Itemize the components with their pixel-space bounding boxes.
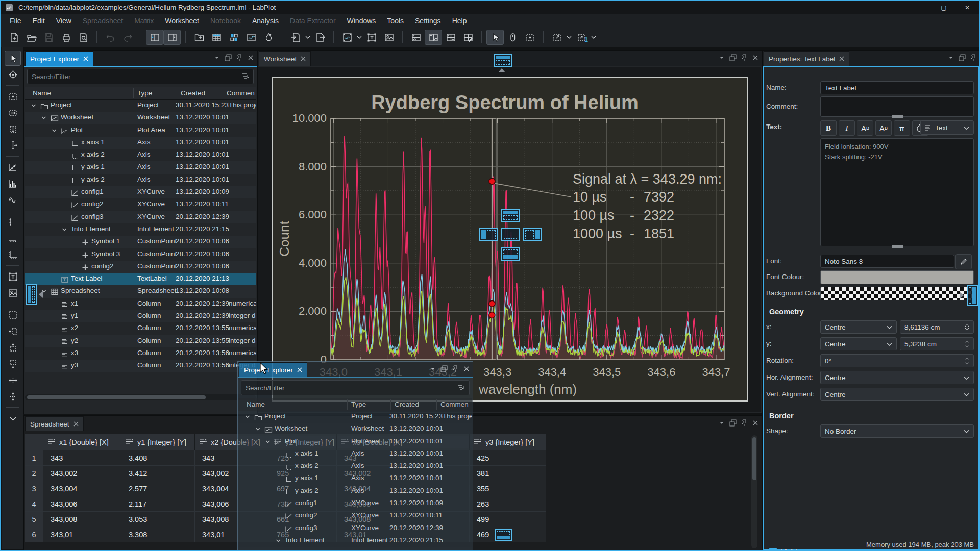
- tree-row-y2[interactable]: y2Column20.12.2020 13:55integer da: [24, 335, 256, 347]
- row-number[interactable]: 3: [25, 481, 43, 496]
- search-input[interactable]: Search/Filter: [241, 380, 470, 395]
- spreadsheet-column-header[interactable]: y3 {Integer} [Y]: [470, 434, 546, 450]
- chevron-down-icon[interactable]: [356, 30, 363, 45]
- text-mode-combobox[interactable]: Text: [920, 120, 974, 135]
- pin-icon[interactable]: [969, 54, 977, 62]
- shift-down-icon[interactable]: [5, 356, 21, 371]
- menu-help[interactable]: Help: [447, 15, 473, 27]
- axis-horizontal-icon[interactable]: [5, 231, 21, 246]
- chevron-down-icon[interactable]: [31, 103, 37, 110]
- column-header-type[interactable]: Type: [137, 89, 152, 97]
- tree-row-symbol-1[interactable]: Symbol 1CustomPoint28.12.2020 10:06: [24, 236, 256, 248]
- filter-icon[interactable]: [457, 384, 465, 392]
- close-icon[interactable]: [83, 55, 88, 63]
- new-plot-icon[interactable]: [338, 30, 356, 45]
- tree-row-y1[interactable]: y1Column20.12.2020 12:39integer da: [24, 310, 256, 322]
- chevron-down-icon[interactable]: [590, 30, 597, 45]
- filter-icon[interactable]: [241, 72, 249, 81]
- spreadsheet-column-header[interactable]: x1 {Double} [X]: [43, 434, 121, 450]
- font-colour-swatch[interactable]: [820, 270, 974, 284]
- text-cursor-icon[interactable]: [5, 138, 21, 153]
- float-icon[interactable]: [958, 54, 966, 62]
- shift-up-icon[interactable]: [5, 340, 21, 355]
- chevron-down-icon[interactable]: [61, 227, 67, 234]
- tree-row-x-axis-2[interactable]: x axis 2Axis13.12.2020 10:01: [238, 460, 472, 472]
- curve-config1[interactable]: [331, 136, 724, 358]
- chevron-down-icon[interactable]: [275, 538, 281, 545]
- column-header-name[interactable]: Name: [33, 89, 51, 97]
- y-position-spinbox[interactable]: 5,3238 cm: [900, 337, 974, 350]
- pin-icon[interactable]: [740, 54, 748, 62]
- menu-down-icon[interactable]: [429, 365, 437, 373]
- close-icon[interactable]: [462, 365, 471, 373]
- tree-row-project[interactable]: ProjectProject30.11.2020 15:23This proje: [24, 99, 256, 112]
- tree-row-config2[interactable]: config2XYCurve13.12.2020 10:11: [24, 198, 256, 211]
- tree-row-plot[interactable]: PlotPlot Area13.12.2020 10:01: [24, 124, 256, 137]
- menu-analysis[interactable]: Analysis: [247, 15, 284, 27]
- shift-left-icon[interactable]: [5, 323, 21, 339]
- tree-row-symbol-3[interactable]: Symbol 3CustomPoint28.12.2020 10:06: [24, 248, 256, 261]
- spreadsheet-cell[interactable]: 3.308: [121, 527, 195, 542]
- new-file-icon[interactable]: [5, 30, 22, 45]
- tree-column-header[interactable]: NameTypeCreatedCommen: [24, 87, 256, 100]
- tree-row-x-axis-2[interactable]: x axis 2Axis13.12.2020 10:01: [24, 149, 256, 161]
- name-field[interactable]: Text Label: [820, 81, 974, 94]
- column-header-created[interactable]: Created: [395, 400, 419, 408]
- spreadsheet-cell[interactable]: 343,004: [43, 481, 121, 496]
- menu-down-icon[interactable]: [718, 54, 726, 62]
- text-content-area[interactable]: Field ionisation: 900V Stark splitting: …: [820, 138, 974, 246]
- float-icon[interactable]: [729, 419, 737, 427]
- xy-curve-icon[interactable]: [5, 160, 21, 175]
- tab-worksheet[interactable]: Worksheet: [259, 51, 311, 66]
- tree-row-info-element[interactable]: Info ElementInfoElement20.12.2020 21:15: [238, 535, 472, 547]
- resize-handle[interactable]: [892, 115, 903, 118]
- float-icon[interactable]: [440, 365, 448, 373]
- toggle-properties-icon[interactable]: [163, 30, 181, 45]
- menu-down-icon[interactable]: [718, 419, 726, 427]
- horizontal-scrollbar[interactable]: [25, 394, 256, 400]
- menu-down-icon[interactable]: [213, 54, 221, 62]
- magnification-icon[interactable]: 1: [573, 30, 590, 45]
- tree-row-symbol-1[interactable]: Symbol 1CustomPoint28.12.2020 10:06: [238, 547, 472, 551]
- layout-grid-icon[interactable]: [442, 30, 459, 45]
- custom-point-marker[interactable]: [489, 312, 495, 318]
- select-region-icon[interactable]: [5, 307, 21, 322]
- zoom-select-mode-icon[interactable]: [521, 30, 538, 45]
- tree-row-config1[interactable]: config1XYCurve13.12.2020 10:09: [24, 186, 256, 198]
- close-button[interactable]: ✕: [955, 1, 979, 14]
- spreadsheet-cell[interactable]: 343: [43, 450, 121, 466]
- y-position-combobox[interactable]: Centre: [820, 337, 897, 350]
- info-box-title[interactable]: Signal at λ = 343.29 nm:: [573, 171, 722, 187]
- close-icon[interactable]: [751, 54, 760, 62]
- zoom-fit-icon[interactable]: [548, 30, 566, 45]
- new-matrix-icon[interactable]: [225, 30, 242, 45]
- floating-project-explorer[interactable]: Project Explorer Search/Filter NameTypeC…: [237, 361, 473, 551]
- close-icon[interactable]: [74, 420, 79, 428]
- maximize-button[interactable]: ▢: [932, 1, 955, 14]
- close-icon[interactable]: [247, 54, 255, 62]
- rotation-spinbox[interactable]: 0°: [820, 354, 974, 367]
- close-icon[interactable]: [839, 55, 844, 63]
- tree-row-config3[interactable]: config3XYCurve20.12.2020 12:39: [24, 211, 256, 223]
- column-header-name[interactable]: Name: [247, 400, 265, 408]
- column-header-type[interactable]: Type: [351, 400, 366, 408]
- scrollbar-thumb[interactable]: [752, 437, 756, 480]
- import-file-icon[interactable]: [287, 30, 304, 45]
- navigate-mode-icon[interactable]: [504, 30, 521, 45]
- tree-row-y-axis-2[interactable]: y axis 2Axis13.12.2020 10:01: [24, 174, 256, 186]
- tree-row-project[interactable]: ProjectProject30.11.2020 15:23This proje: [238, 411, 472, 423]
- chevron-down-icon[interactable]: [244, 414, 251, 421]
- text-label-tool-icon[interactable]: [5, 269, 21, 284]
- spreadsheet-cell[interactable]: 343,002: [43, 466, 121, 481]
- row-number[interactable]: 5: [25, 512, 43, 527]
- chevron-down-icon[interactable]: [566, 30, 573, 45]
- tree-row-worksheet[interactable]: WorksheetWorksheet13.12.2020 10:01: [238, 423, 472, 435]
- new-folder-icon[interactable]: [190, 30, 208, 45]
- fourier-icon[interactable]: [5, 192, 21, 208]
- tree-row-y-axis-2[interactable]: y axis 2Axis13.12.2020 10:01: [238, 485, 472, 497]
- tree-row-x-axis-1[interactable]: x axis 1Axis13.12.2020 10:01: [238, 448, 472, 460]
- axis-scale-icon[interactable]: [5, 247, 21, 262]
- menu-edit[interactable]: Edit: [27, 15, 51, 27]
- spreadsheet-cell[interactable]: 343,006: [43, 496, 121, 512]
- tree-row-config1[interactable]: config1XYCurve13.12.2020 10:09: [238, 497, 472, 510]
